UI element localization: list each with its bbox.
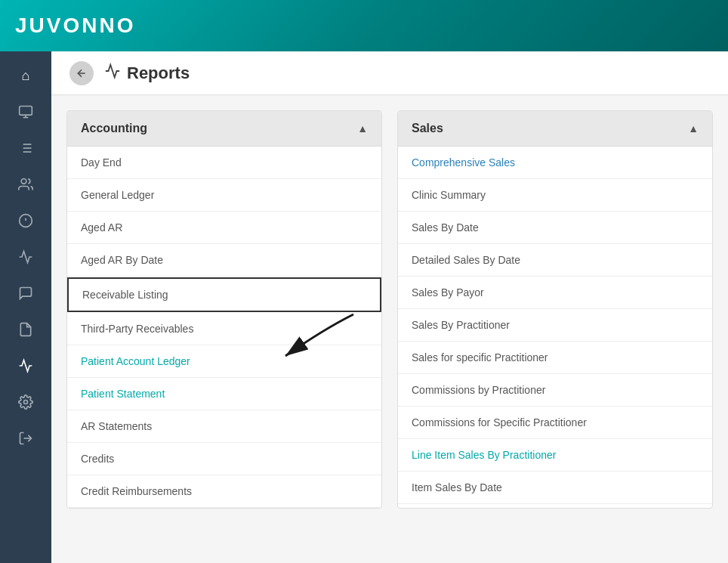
page-title-area: Reports (104, 63, 190, 83)
sales-item-sales-by-date[interactable]: Sales By Date (398, 212, 712, 244)
accounting-item-third-party[interactable]: Third-Party Receivables (67, 313, 381, 345)
sales-item-commissions-specific-practitioner[interactable]: Commissions for Specific Practitioner (398, 407, 712, 439)
sidebar-item-finance[interactable] (7, 204, 45, 237)
accounting-item-aged-ar-by-date[interactable]: Aged AR By Date (67, 244, 381, 277)
accounting-item-credits[interactable]: Credits (67, 443, 381, 475)
accounting-column-header: Accounting ▲ (67, 111, 381, 147)
sidebar-item-messages[interactable] (7, 277, 45, 310)
sidebar-item-monitor[interactable] (7, 95, 45, 128)
accounting-item-general-ledger[interactable]: General Ledger (67, 179, 381, 212)
sales-item-commissions-by-practitioner[interactable]: Commissions by Practitioner (398, 374, 712, 407)
sidebar-item-logout[interactable] (7, 422, 45, 455)
sidebar-item-home[interactable]: ⌂ (7, 59, 45, 92)
sales-column: Sales ▲ Comprehensive Sales Clinic Summa… (397, 110, 713, 509)
svg-rect-0 (20, 107, 32, 116)
accounting-item-receivable-listing[interactable]: Receivable Listing (67, 277, 381, 312)
sales-item-clinic-summary[interactable]: Clinic Summary (398, 179, 712, 212)
sidebar-item-settings[interactable] (7, 385, 45, 419)
main-layout: ⌂ (0, 51, 728, 563)
sidebar-item-users[interactable] (7, 168, 45, 201)
sales-item-sales-specific-practitioner[interactable]: Sales for specific Practitioner (398, 342, 712, 374)
reports-wrapper: Accounting ▲ Day End General Ledger Aged… (51, 95, 728, 524)
sales-item-sales-by-payor[interactable]: Sales By Payor (398, 277, 712, 309)
accounting-item-ar-statements[interactable]: AR Statements (67, 410, 381, 443)
accounting-title: Accounting (81, 122, 147, 135)
logo: JUVONNO (15, 14, 135, 38)
accounting-column: Accounting ▲ Day End General Ledger Aged… (66, 110, 382, 509)
accounting-item-day-end[interactable]: Day End (67, 147, 381, 179)
accounting-item-patient-account[interactable]: Patient Account Ledger (67, 345, 381, 378)
reports-icon (104, 63, 121, 83)
sidebar-item-marketing[interactable] (7, 240, 45, 274)
top-header: JUVONNO (0, 0, 728, 51)
sales-item-item-sales-by-date[interactable]: Item Sales By Date (398, 472, 712, 504)
accounting-item-aged-ar[interactable]: Aged AR (67, 212, 381, 244)
svg-point-13 (24, 401, 28, 404)
back-button[interactable] (69, 61, 94, 85)
sidebar-item-list[interactable] (7, 131, 45, 165)
sidebar: ⌂ (0, 51, 51, 563)
accounting-item-patient-statement[interactable]: Patient Statement (67, 378, 381, 410)
page-header: Reports (51, 51, 728, 95)
accounting-collapse-icon[interactable]: ▲ (357, 122, 368, 135)
sales-item-comprehensive[interactable]: Comprehensive Sales (398, 147, 712, 179)
sales-item-line-item-sales[interactable]: Line Item Sales By Practitioner (398, 439, 712, 472)
sales-item-sales-by-practitioner[interactable]: Sales By Practitioner (398, 309, 712, 342)
content-area: Reports Accounting ▲ (51, 51, 728, 563)
logo-text: JUVONNO (15, 14, 135, 38)
page-title: Reports (127, 63, 190, 83)
sales-title: Sales (412, 122, 443, 135)
svg-point-9 (21, 179, 26, 184)
sales-column-header: Sales ▲ (398, 111, 712, 147)
sales-collapse-icon[interactable]: ▲ (688, 122, 699, 135)
sales-item-detailed-sales[interactable]: Detailed Sales By Date (398, 244, 712, 277)
reports-container: Accounting ▲ Day End General Ledger Aged… (51, 95, 728, 524)
sidebar-item-documents[interactable] (7, 313, 45, 346)
sidebar-item-reports[interactable] (7, 349, 45, 382)
accounting-item-credit-reimbursements[interactable]: Credit Reimbursements (67, 475, 381, 508)
